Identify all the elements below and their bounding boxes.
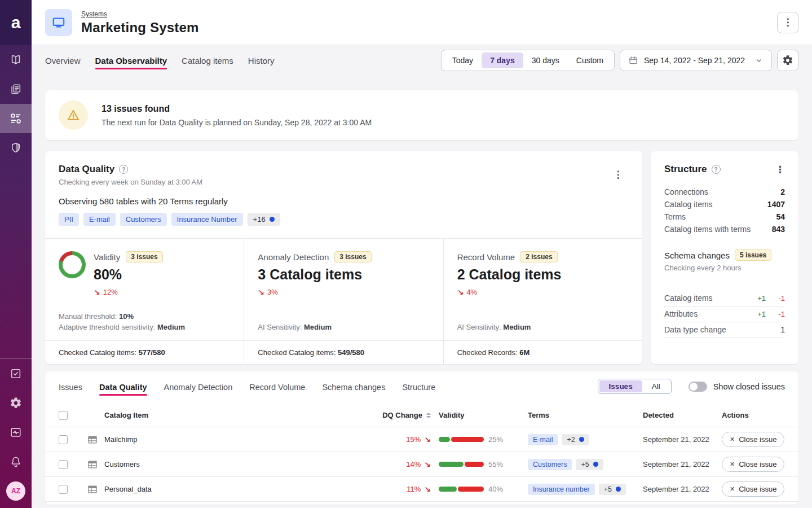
validity-percent: 55% — [488, 460, 503, 468]
observability-settings-button[interactable] — [777, 50, 798, 71]
tab-catalog-items[interactable]: Catalog items — [182, 47, 233, 73]
term-chip[interactable]: Customers — [120, 213, 167, 226]
issues-tab-anomaly-detection[interactable]: Anomaly Detection — [164, 375, 233, 398]
dq-change-value: 15% — [406, 435, 421, 444]
term-chip[interactable]: Customers — [528, 459, 572, 470]
sort-icon — [426, 413, 431, 418]
header-menu-button[interactable]: ⋮ — [777, 12, 798, 33]
catalog-item-name[interactable]: Mailchimp — [102, 435, 376, 444]
breadcrumb-systems[interactable]: Systems — [81, 10, 107, 18]
term-chip[interactable]: PII — [59, 213, 79, 226]
show-closed-toggle[interactable] — [689, 382, 707, 392]
data-quality-menu-button[interactable]: ⋮ — [607, 164, 629, 185]
catalog-item-name[interactable]: Customers — [102, 460, 376, 468]
app-root: a — [0, 0, 812, 508]
date-range-text: Sep 14, 2022 - Sep 21, 2022 — [644, 56, 749, 65]
segment-issues[interactable]: Issues — [599, 380, 642, 392]
sidebar-item-security[interactable] — [0, 133, 32, 163]
date-range-picker[interactable]: Sep 14, 2022 - Sep 21, 2022 — [620, 50, 772, 71]
table-row[interactable]: Personal_data 11% ↘ 40% Insurance number… — [45, 477, 798, 502]
issues-badge[interactable]: 3 issues — [334, 251, 371, 262]
range-30-days[interactable]: 30 days — [523, 52, 568, 68]
main-area: Systems Marketing System ⋮ Overview Data… — [32, 0, 812, 508]
warning-icon-circle — [59, 100, 88, 130]
issues-badge[interactable]: 3 issues — [126, 251, 162, 262]
tab-history[interactable]: History — [248, 47, 275, 73]
table-grid-icon — [87, 459, 102, 470]
term-chip[interactable]: E-mail — [83, 213, 116, 226]
table-row[interactable]: Customers 14% ↘ 55% Customers +5 — [45, 452, 798, 477]
footer-label: Checked Catalog items: — [59, 348, 139, 357]
issues-table: Catalog Item DQ Change Validity Terms De… — [45, 404, 798, 502]
help-icon[interactable]: ? — [712, 165, 721, 174]
close-issue-label: Close issue — [739, 485, 776, 493]
sidebar-item-notifications[interactable] — [0, 447, 32, 476]
range-custom[interactable]: Custom — [568, 52, 612, 68]
validity-bar — [439, 487, 484, 492]
documents-icon — [10, 83, 22, 95]
issues-badge[interactable]: 5 issues — [735, 249, 771, 261]
chevron-down-icon — [754, 56, 764, 65]
structure-menu-button[interactable]: ⋮ — [775, 165, 785, 174]
catalog-item-name[interactable]: Personal_data — [102, 485, 376, 493]
range-7-days[interactable]: 7 days — [482, 52, 523, 68]
table-row[interactable]: Mailchimp 15% ↘ 25% E-mail +2 — [45, 427, 798, 452]
tab-data-observability[interactable]: Data Observabilty — [95, 47, 167, 73]
close-issue-button[interactable]: ✕Close issue — [722, 432, 784, 447]
range-today[interactable]: Today — [444, 52, 482, 68]
issues-tab-record-volume[interactable]: Record Volume — [249, 375, 305, 398]
col-validity: Validity — [439, 411, 528, 419]
col-dq-change[interactable]: DQ Change — [376, 411, 439, 419]
sidebar-item-settings[interactable] — [0, 388, 32, 418]
row-checkbox[interactable] — [59, 460, 68, 469]
term-chip[interactable]: Insurance number — [528, 484, 595, 495]
stat-row: Connections 2 — [664, 186, 785, 198]
close-issue-button[interactable]: ✕Close issue — [722, 457, 784, 472]
task-check-icon — [10, 367, 22, 380]
alert-texts: 13 issues found The next run for Data Qu… — [102, 104, 372, 127]
issues-tab-schema-changes[interactable]: Schema changes — [322, 375, 385, 398]
sidebar-item-tasks[interactable] — [0, 359, 32, 388]
issues-tab-issues[interactable]: Issues — [59, 375, 82, 398]
metric-change: ↘ 3% — [258, 288, 371, 296]
more-terms-chip[interactable]: +5 — [576, 459, 603, 470]
data-quality-title: Data Quality — [59, 164, 114, 175]
shield-icon — [10, 142, 22, 154]
sidebar-item-monitoring[interactable] — [0, 418, 32, 447]
terms-cell: Customers +5 — [528, 459, 643, 470]
terms-cell: E-mail +2 — [528, 434, 643, 445]
row-checkbox[interactable] — [59, 485, 68, 494]
more-terms-count: +2 — [567, 436, 575, 444]
more-terms-chip[interactable]: +5 — [599, 484, 626, 495]
stat-value: 843 — [772, 225, 785, 234]
sidebar-item-data-observability[interactable] — [0, 104, 32, 133]
time-range-group: Today 7 days 30 days Custom — [441, 50, 615, 71]
issues-tab-data-quality[interactable]: Data Quality — [99, 375, 147, 398]
app-logo[interactable]: a — [0, 0, 32, 45]
sidebar-item-knowledge-catalog[interactable] — [0, 45, 32, 75]
row-checkbox[interactable] — [59, 435, 68, 444]
col-catalog-item: Catalog Item — [102, 411, 376, 419]
segment-all[interactable]: All — [642, 380, 670, 392]
stat-label: Connections — [664, 187, 708, 196]
term-chip[interactable]: E-mail — [528, 434, 558, 445]
issues-tab-structure[interactable]: Structure — [402, 375, 435, 398]
structure-title: Structure — [664, 164, 707, 175]
detected-date: September 21, 2022 — [643, 460, 722, 468]
data-observability-icon — [10, 112, 22, 125]
select-all-checkbox[interactable] — [59, 411, 68, 420]
more-terms-chip[interactable]: +16 — [248, 213, 280, 226]
issues-badge[interactable]: 2 issues — [520, 251, 557, 262]
validity-bar — [439, 437, 484, 442]
tab-overview[interactable]: Overview — [45, 47, 81, 73]
more-terms-chip[interactable]: +2 — [562, 434, 589, 445]
sidebar-item-documents[interactable] — [0, 75, 32, 104]
help-icon[interactable]: ? — [119, 165, 128, 174]
sidebar-nav-top — [0, 45, 32, 163]
data-quality-card: Data Quality ? Checking every week on Su… — [45, 151, 642, 364]
close-issue-button[interactable]: ✕Close issue — [722, 481, 784, 497]
more-terms-count: +5 — [604, 485, 612, 493]
term-chip[interactable]: Insurance Number — [171, 213, 243, 226]
col-dq-change-label: DQ Change — [382, 411, 422, 419]
user-avatar[interactable]: AZ — [6, 481, 25, 501]
